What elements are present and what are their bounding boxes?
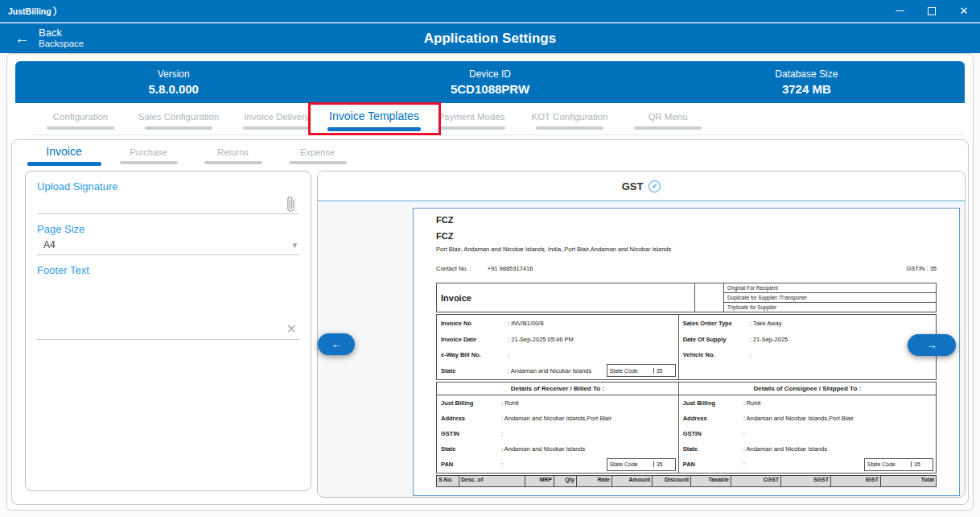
arrow-left-icon: ←	[331, 338, 342, 350]
field-row: State Andaman and Nicobar Islands State …	[437, 363, 678, 379]
gstin-text: GSTIN : 35	[906, 265, 937, 272]
back-shortcut-label: Backspace	[39, 39, 84, 50]
tab-invoice-templates[interactable]: Invoice Templates	[326, 104, 422, 134]
field-row: e-Way Bill No.	[437, 347, 678, 363]
page-size-value: A4	[39, 239, 56, 250]
clear-icon[interactable]: ✕	[286, 323, 297, 336]
invoice-title-table: Invoice Original For Recipient Duplicate…	[436, 283, 937, 312]
tab-invoice-delivery[interactable]: Invoice Delivery	[228, 104, 326, 134]
page-size-select[interactable]: A4 ▾	[37, 235, 299, 255]
copy-type: Triplicate for Supplier	[724, 303, 936, 312]
window-controls: ✕	[883, 0, 980, 23]
back-arrow-icon: ←	[14, 31, 30, 46]
database-size-label: Database Size	[775, 68, 838, 80]
state-code-box: State Code 35	[864, 458, 933, 471]
version-value: 5.8.0.000	[148, 82, 199, 96]
field-row: Invoice Date 21-Sep-2025 05:46 PM	[437, 332, 678, 348]
invoice-document: FCZ FCZ Port Blair, Andaman and Nicobar …	[414, 209, 959, 487]
template-selected-check-icon[interactable]: ✓	[649, 180, 661, 192]
subtab-invoice[interactable]: Invoice	[22, 142, 106, 169]
paperclip-icon[interactable]	[285, 196, 297, 213]
field-row: Just Billing Rohit	[437, 395, 678, 411]
upload-signature-input[interactable]	[37, 192, 299, 214]
footer-text-field: Footer Text ✕	[37, 264, 299, 340]
contact-label: Contact No. :	[436, 265, 471, 272]
info-database-size: Database Size 3724 MB	[649, 61, 965, 103]
receiver-title: Details of Receiver / Billed To :	[437, 383, 678, 395]
minimize-button[interactable]	[883, 0, 916, 23]
tab-kot-configuration[interactable]: KOT Configuration	[521, 104, 619, 134]
field-row: GSTIN	[437, 426, 678, 441]
page-size-field: Page Size A4 ▾	[37, 223, 299, 255]
company-address: Port Blair, Andaman and Nicobar Islands,…	[436, 246, 937, 253]
copy-types: Original For Recipient Duplicate for Sup…	[724, 283, 936, 312]
info-bar: Version 5.8.0.000 Device ID 5CD1088PRW D…	[15, 61, 965, 103]
page-size-label: Page Size	[37, 223, 299, 235]
field-row: Vehicle No.	[679, 347, 936, 363]
tab-sales-configuration[interactable]: Sales Configuration	[130, 104, 228, 134]
device-id-value: 5CD1088PRW	[451, 82, 529, 96]
company-name: FCZ	[436, 215, 937, 225]
subtab-purchase[interactable]: Purchase	[106, 142, 191, 169]
maximize-button[interactable]	[916, 0, 948, 23]
nav-header: Application Settings ← Back Backspace	[0, 23, 980, 53]
subtab-returns[interactable]: Returns	[191, 142, 275, 169]
field-row: GSTIN	[679, 426, 936, 441]
state-code-box: State Code 35	[607, 364, 676, 377]
field-row: Date Of Supply 21-Sep-2025	[679, 332, 936, 348]
close-icon: ✕	[960, 6, 969, 16]
field-row: PAN State Code 35	[679, 457, 936, 472]
minimize-icon	[896, 10, 904, 12]
previous-template-button[interactable]: ←	[318, 333, 355, 355]
footer-text-input[interactable]: ✕	[37, 276, 299, 340]
template-name: GST	[622, 180, 644, 192]
footer-text-label: Footer Text	[37, 264, 299, 276]
arrow-right-icon: →	[927, 339, 937, 351]
invoice-templates-section: Invoice Purchase Returns Expense Upload …	[11, 139, 969, 505]
app-logo-text: JustBilling	[8, 6, 51, 16]
template-settings-panel: Upload Signature Page Size A4 ▾ Foo	[25, 171, 311, 491]
invoice-preview: FCZ FCZ Port Blair, Andaman and Nicobar …	[413, 208, 960, 496]
titlebar: JustBilling ✕	[0, 0, 980, 23]
field-row: State Andaman and Nicobar Islands	[437, 441, 678, 457]
upload-signature-label: Upload Signature	[37, 180, 299, 192]
chevron-down-icon: ▾	[292, 240, 297, 250]
company-name-2: FCZ	[436, 231, 937, 241]
contact-value: +91 9885317416	[488, 265, 533, 272]
copy-checkbox-column	[695, 283, 724, 312]
field-row: Sales Order Type Take Away	[679, 316, 936, 332]
parties-table: Details of Receiver / Billed To : Just B…	[436, 382, 937, 474]
info-device-id: Device ID 5CD1088PRW	[331, 61, 648, 103]
tab-qr-menu[interactable]: QR Menu	[619, 104, 717, 134]
consignee-details: Details of Consignee / Shipped To : Just…	[679, 383, 936, 473]
back-label: Back	[39, 27, 84, 39]
tab-payment-modes[interactable]: Payment Modes	[422, 104, 521, 134]
consignee-title: Details of Consignee / Shipped To :	[679, 383, 936, 395]
back-button[interactable]: ← Back Backspace	[14, 27, 84, 50]
upload-signature-field: Upload Signature	[37, 180, 299, 214]
settings-main-panel: Version 5.8.0.000 Device ID 5CD1088PRW D…	[6, 53, 974, 511]
invoice-meta-table: Invoice No INV/B1/00/8 Invoice Date 21-S…	[436, 314, 937, 380]
field-row: Just Billing Rohit	[679, 395, 936, 411]
close-button[interactable]: ✕	[948, 0, 980, 23]
copy-type: Duplicate for Supplier /Transporter	[724, 293, 936, 303]
logo-swoosh-icon	[52, 6, 58, 17]
field-row: PAN State Code 35	[437, 457, 678, 472]
template-type-tabs: Invoice Purchase Returns Expense	[22, 142, 360, 169]
template-header: GST ✓	[318, 172, 965, 201]
contact-row: Contact No. :+91 9885317416 GSTIN : 35	[436, 265, 937, 272]
receiver-details: Details of Receiver / Billed To : Just B…	[437, 383, 679, 473]
info-version: Version 5.8.0.000	[15, 61, 331, 103]
subtab-expense[interactable]: Expense	[275, 142, 360, 169]
field-row: Address Andaman and Nicobar Islands,Port…	[437, 411, 678, 426]
page-title: Application Settings	[0, 31, 980, 47]
field-row: Address Andaman and Nicobar Islands,Port…	[679, 411, 936, 426]
settings-tab-row: Configuration Sales Configuration Invoic…	[31, 104, 965, 135]
tab-configuration[interactable]: Configuration	[31, 104, 130, 134]
template-preview-area: FCZ FCZ Port Blair, Andaman and Nicobar …	[318, 202, 965, 497]
invoice-doc-title: Invoice	[437, 283, 694, 312]
field-row: Invoice No INV/B1/00/8	[437, 316, 678, 332]
copy-type: Original For Recipient	[724, 283, 936, 293]
next-template-button[interactable]: →	[908, 334, 956, 356]
database-size-value: 3724 MB	[782, 82, 831, 96]
